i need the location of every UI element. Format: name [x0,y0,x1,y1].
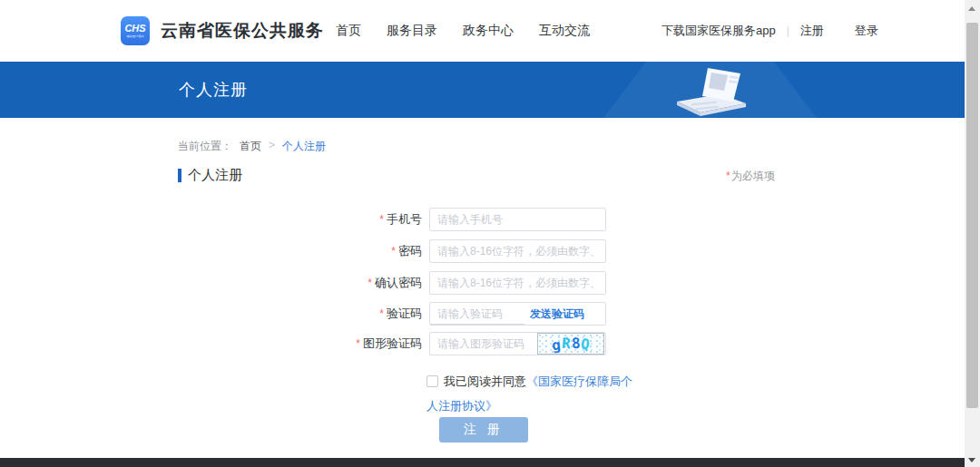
header-right: 下载国家医保服务app | 注册 登录 [662,0,878,62]
scrollbar[interactable] [965,0,980,467]
section-head: 个人注册 [178,167,242,184]
phone-label: *手机号 [379,208,422,231]
nav-item-government-center[interactable]: 政务中心 [463,23,514,39]
section-title: 个人注册 [188,167,242,184]
top-header: CHS 国家医疗保障 云南省医保公共服务 首页 服务目录 政务中心 互动交流 下… [0,0,965,62]
breadcrumb-home-link[interactable]: 首页 [240,139,261,154]
phone-label-text: 手机号 [387,212,422,226]
nav-item-interaction[interactable]: 互动交流 [539,23,590,39]
scrollbar-thumb[interactable] [966,23,978,408]
required-star: * [391,245,396,258]
required-star: * [379,307,384,320]
captcha-char: Q [580,337,590,353]
site-logo-icon[interactable]: CHS 国家医疗保障 [121,16,150,45]
form-row-captcha: *图形验证码 g R 8 Q [0,332,965,355]
phone-field-box [429,208,606,231]
captcha-char: R [561,336,571,352]
breadcrumb-separator: > [269,139,275,154]
section-title-bar [178,169,181,182]
required-note: *为必填项 [726,169,775,184]
password-field-box [429,239,606,263]
sms-code-label: *验证码 [379,302,422,326]
send-code-button[interactable]: 发送验证码 [530,306,584,322]
confirm-password-label: *确认密码 [368,271,422,295]
confirm-password-label-text: 确认密码 [375,276,422,289]
form-row-confirm-password: *确认密码 [0,271,965,295]
confirm-password-input[interactable] [430,273,605,293]
captcha-image[interactable]: g R 8 Q [537,333,604,355]
captcha-label-text: 图形验证码 [363,336,422,350]
header-divider: | [787,24,789,37]
nav-item-service-catalog[interactable]: 服务目录 [387,23,437,39]
nav-item-home[interactable]: 首页 [336,23,361,39]
confirm-password-field-box [429,271,606,295]
laptop-illustration-icon [652,65,760,118]
download-app-link[interactable]: 下载国家医保服务app [662,23,776,39]
required-star: * [379,213,384,226]
register-link[interactable]: 注册 [800,23,824,39]
page: CHS 国家医疗保障 云南省医保公共服务 首页 服务目录 政务中心 互动交流 下… [0,0,980,467]
sms-code-field-box: 发送验证码 [429,302,606,326]
captcha-char: g [552,338,562,354]
site-title: 云南省医保公共服务 [161,0,324,62]
required-note-text: 为必填项 [731,170,775,182]
password-input[interactable] [430,241,605,261]
main-nav: 首页 服务目录 政务中心 互动交流 [336,0,590,62]
required-star: * [368,277,372,289]
page-content: CHS 国家医疗保障 云南省医保公共服务 首页 服务目录 政务中心 互动交流 下… [0,0,965,467]
sms-code-input[interactable] [430,303,524,325]
scrollbar-down-icon[interactable] [968,458,975,462]
sms-code-label-text: 验证码 [387,306,422,320]
logo-text: CHS [124,24,145,34]
breadcrumb-current[interactable]: 个人注册 [282,139,326,154]
footer-bar [0,458,965,467]
form-row-password: *密码 [0,239,965,263]
required-star: * [726,170,730,182]
breadcrumb-prefix: 当前位置： [178,139,232,154]
agreement-checkbox[interactable] [426,375,438,387]
agreement-text: 我已阅读并同意 [444,375,526,388]
breadcrumb: 当前位置： 首页 > 个人注册 [178,139,326,154]
register-submit-button[interactable]: 注 册 [439,417,528,443]
page-banner: 个人注册 [0,62,965,118]
form-row-phone: *手机号 [0,208,965,231]
captcha-char: 8 [571,336,580,351]
password-label-text: 密码 [398,244,422,258]
captcha-field-box: g R 8 Q [429,332,606,355]
form-row-sms-code: *验证码 发送验证码 [0,302,965,326]
agreement-row: 我已阅读并同意《国家医疗保障局个人注册协议》 [426,369,642,418]
phone-input[interactable] [430,209,605,229]
captcha-label: *图形验证码 [356,332,422,355]
banner-title: 个人注册 [179,62,248,118]
captcha-input[interactable] [430,334,537,354]
password-label: *密码 [391,239,422,263]
logo-subtext: 国家医疗保障 [126,34,143,38]
login-link[interactable]: 登录 [855,23,878,39]
required-star: * [356,337,360,350]
scrollbar-up-icon[interactable] [968,6,975,11]
